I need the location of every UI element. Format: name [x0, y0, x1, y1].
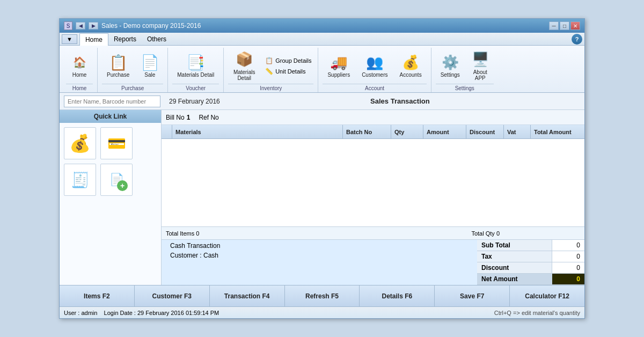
customer-btn[interactable]: Customer F3: [135, 285, 210, 306]
check-icon: 🧾: [67, 169, 93, 191]
table-body: [162, 139, 584, 226]
col-header-qty: Qty: [391, 125, 423, 138]
menu-item-others[interactable]: Others: [142, 33, 172, 46]
refresh-btn[interactable]: Refresh F5: [285, 285, 360, 306]
subtotal-value: 0: [552, 240, 584, 251]
col-header-batch: Batch No: [343, 125, 391, 138]
content-area: Quick Link 💰 💳 🧾 📄 +: [60, 110, 584, 285]
menu-item-home[interactable]: Home: [79, 33, 108, 46]
sale-label: Sale: [144, 72, 155, 78]
current-date: 29 February 2016: [169, 98, 220, 105]
sidebar: Quick Link 💰 💳 🧾 📄 +: [60, 110, 162, 285]
title-bar: S ◀ ▶ Sales - Demo company 2015-2016 ─ □…: [60, 19, 584, 33]
suppliers-icon: 🚚: [330, 54, 347, 71]
ribbon-btn-materials[interactable]: 📦 MaterialsDetail: [228, 48, 260, 84]
tax-label: Tax: [477, 251, 552, 262]
customers-label: Customers: [362, 72, 387, 78]
col-header-total: Total Amount: [531, 125, 584, 138]
ribbon-btn-unit-details[interactable]: 📏 Unit Details: [262, 67, 313, 76]
accounts-icon: 💰: [402, 54, 419, 71]
ribbon-group-label-home: Home: [66, 84, 93, 92]
footer-buttons: Items F2 Customer F3 Transaction F4 Refr…: [60, 285, 584, 306]
ribbon-btn-sale[interactable]: 📄 Sale: [136, 48, 163, 84]
calculator-btn[interactable]: Calculator F12: [510, 285, 584, 306]
group-details-icon: 📋: [265, 56, 273, 65]
settings-label: Settings: [441, 72, 460, 78]
bill-no-field: Bill No 1: [166, 114, 190, 121]
transaction-summary: Cash Transaction Customer : Cash Sub Tot…: [162, 239, 584, 285]
status-bar: User : admin Login Date : 29 February 20…: [60, 306, 584, 318]
ribbon-btn-home[interactable]: 🏠 Home: [66, 48, 93, 84]
main-area: Bill No 1 Ref No Materials Batch No Qty …: [162, 110, 584, 285]
title-bar-left: S ◀ ▶ Sales - Demo company 2015-2016: [64, 21, 201, 30]
discount-value: 0: [552, 262, 584, 273]
card-icon: 💳: [104, 133, 129, 154]
ribbon-items-settings: ⚙️ Settings 🖥️ AboutAPP: [436, 48, 494, 84]
ribbon-items-inventory: 📦 MaterialsDetail 📋 Group Details 📏 Unit…: [228, 48, 313, 84]
ref-no-label: Ref No: [199, 114, 218, 121]
transaction-btn[interactable]: Transaction F4: [210, 285, 285, 306]
accounts-label: Accounts: [400, 72, 422, 78]
voucher-icon: 📑: [187, 54, 204, 71]
coins-icon: 💰: [67, 133, 93, 154]
voucher-label: Materials Detail: [177, 72, 214, 78]
customers-icon: 👥: [366, 54, 383, 71]
sidebar-icon-add[interactable]: 📄 +: [100, 164, 133, 196]
items-btn[interactable]: Items F2: [60, 285, 135, 306]
ribbon-btn-accounts[interactable]: 💰 Accounts: [395, 48, 427, 84]
window-controls: ─ □ ✕: [549, 21, 580, 30]
col-header-materials: Materials: [172, 125, 343, 138]
ribbon-group-label-voucher: Voucher: [172, 84, 219, 92]
ribbon-group-account: 🚚 Suppliers 👥 Customers 💰 Accounts Accou…: [318, 48, 431, 92]
app-icon: S: [64, 21, 72, 30]
ribbon-items-account: 🚚 Suppliers 👥 Customers 💰 Accounts: [323, 48, 426, 84]
group-details-label: Group Details: [275, 57, 311, 64]
nav-forward-btn[interactable]: ▶: [89, 22, 98, 30]
home-label: Home: [72, 72, 87, 78]
discount-row: Discount 0: [477, 262, 584, 274]
net-amount-value: 0: [552, 274, 584, 284]
search-input[interactable]: [64, 96, 160, 107]
ribbon-btn-voucher[interactable]: 📑 Materials Detail: [172, 48, 219, 84]
ribbon-btn-about[interactable]: 🖥️ AboutAPP: [467, 48, 494, 84]
ribbon-group-voucher: 📑 Materials Detail Voucher: [168, 48, 224, 92]
ribbon-group-label-settings: Settings: [436, 84, 494, 92]
ribbon-btn-customers[interactable]: 👥 Customers: [357, 48, 392, 84]
sidebar-icon-check[interactable]: 🧾: [64, 164, 96, 196]
tax-row: Tax 0: [477, 251, 584, 262]
close-btn[interactable]: ✕: [570, 21, 580, 30]
table-header: Materials Batch No Qty Amount Discount V…: [162, 125, 584, 139]
total-items: Total Items 0: [166, 230, 199, 237]
bill-info: Bill No 1 Ref No: [162, 110, 584, 125]
bill-no-label: Bill No: [166, 114, 185, 121]
details-btn[interactable]: Details F6: [360, 285, 435, 306]
sidebar-header: Quick Link: [60, 110, 161, 123]
ribbon-btn-purchase[interactable]: 📋 Purchase: [102, 48, 134, 84]
tax-value: 0: [552, 251, 584, 262]
about-label: AboutAPP: [473, 69, 487, 81]
suppliers-label: Suppliers: [327, 72, 350, 78]
menu-item-reports[interactable]: Reports: [108, 33, 142, 46]
sidebar-icon-card[interactable]: 💳: [100, 127, 133, 159]
home-dropdown-btn[interactable]: ▼: [62, 34, 77, 44]
ribbon-items-home: 🏠 Home: [66, 48, 93, 84]
materials-label: MaterialsDetail: [233, 69, 255, 81]
ribbon-btn-group-details[interactable]: 📋 Group Details: [262, 56, 313, 65]
help-btn[interactable]: ?: [572, 34, 582, 45]
col-header-amount: Amount: [423, 125, 466, 138]
maximize-btn[interactable]: □: [560, 21, 569, 30]
save-btn[interactable]: Save F7: [435, 285, 510, 306]
window-title: Sales - Demo company 2015-2016: [101, 22, 201, 30]
purchase-icon: 📋: [109, 54, 127, 71]
nav-back-btn[interactable]: ◀: [76, 22, 85, 30]
main-window: S ◀ ▶ Sales - Demo company 2015-2016 ─ □…: [59, 18, 585, 319]
ribbon-btn-settings[interactable]: ⚙️ Settings: [436, 48, 465, 84]
ribbon-group-label-account: Account: [323, 84, 426, 92]
minimize-btn[interactable]: ─: [549, 21, 559, 30]
status-shortcut: Ctrl+Q => edit material's quantity: [494, 310, 580, 316]
sidebar-icon-coins[interactable]: 💰: [64, 127, 96, 159]
ribbon-btn-suppliers[interactable]: 🚚 Suppliers: [323, 48, 355, 84]
home-icon: 🏠: [71, 54, 88, 71]
unit-details-label: Unit Details: [275, 68, 305, 75]
discount-label: Discount: [477, 262, 552, 273]
